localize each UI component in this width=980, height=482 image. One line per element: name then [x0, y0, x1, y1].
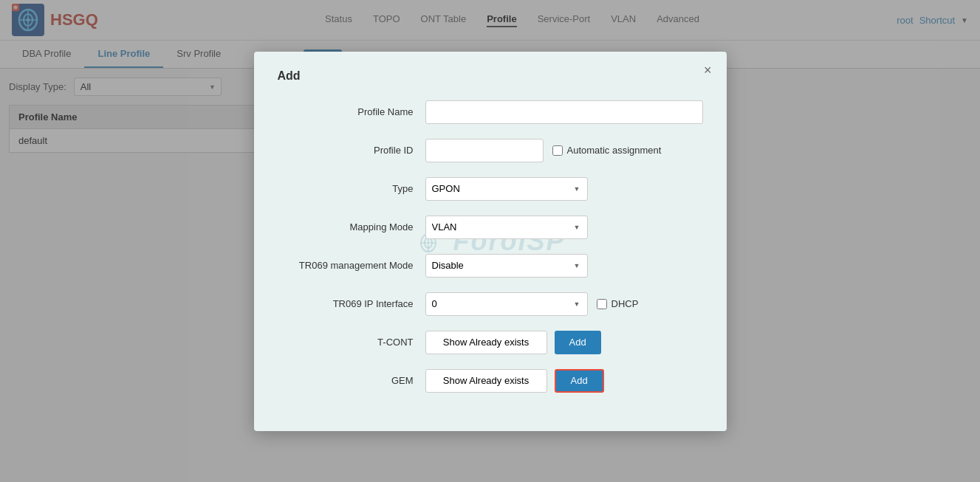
modal-close-button[interactable]: ×	[704, 63, 712, 77]
tcont-show-exists-button[interactable]: Show Already exists	[425, 331, 547, 354]
tr069-mode-select[interactable]: Disable	[425, 254, 588, 278]
tr069-ip-select-wrapper: 0	[425, 292, 588, 316]
tr069-ip-label: TR069 IP Interface	[278, 298, 425, 309]
modal-title: Add	[278, 69, 703, 83]
tr069-mode-row: TR069 management Mode Disable	[278, 254, 703, 278]
tr069-mode-select-wrapper: Disable	[425, 254, 588, 278]
mapping-mode-select[interactable]: VLAN	[425, 216, 588, 239]
automatic-assignment-checkbox[interactable]	[552, 145, 563, 156]
profile-name-label: Profile Name	[278, 106, 425, 117]
automatic-assignment-label: Automatic assignment	[552, 145, 662, 156]
type-select[interactable]: GPON	[425, 177, 588, 201]
profile-name-row: Profile Name	[278, 100, 703, 124]
profile-id-label: Profile ID	[278, 145, 425, 156]
tr069-ip-row: TR069 IP Interface 0 DHCP	[278, 292, 703, 316]
type-label: Type	[278, 183, 425, 194]
tcont-row: T-CONT Show Already exists Add	[278, 331, 703, 354]
profile-name-input[interactable]	[425, 100, 703, 124]
profile-id-input[interactable]	[425, 139, 544, 162]
tr069-ip-select[interactable]: 0	[425, 292, 588, 316]
mapping-mode-select-wrapper: VLAN	[425, 216, 588, 239]
tr069-mode-label: TR069 management Mode	[278, 260, 425, 271]
tcont-add-button[interactable]: Add	[555, 331, 601, 354]
gem-show-exists-button[interactable]: Show Already exists	[425, 369, 547, 393]
tcont-label: T-CONT	[278, 337, 425, 348]
type-select-wrapper: GPON	[425, 177, 588, 201]
modal-overlay: Add × ForoISP Profile Name Profile ID Au…	[0, 0, 980, 482]
mapping-mode-row: Mapping Mode VLAN	[278, 216, 703, 239]
gem-add-button[interactable]: Add	[555, 369, 604, 393]
gem-row: GEM Show Already exists Add	[278, 369, 703, 393]
svg-point-9	[424, 238, 431, 248]
add-modal: Add × ForoISP Profile Name Profile ID Au…	[254, 52, 727, 431]
dhcp-label: DHCP	[597, 298, 639, 309]
type-row: Type GPON	[278, 177, 703, 201]
mapping-mode-label: Mapping Mode	[278, 221, 425, 233]
gem-label: GEM	[278, 375, 425, 386]
dhcp-checkbox[interactable]	[597, 299, 607, 309]
profile-id-row: Profile ID Automatic assignment	[278, 139, 703, 162]
